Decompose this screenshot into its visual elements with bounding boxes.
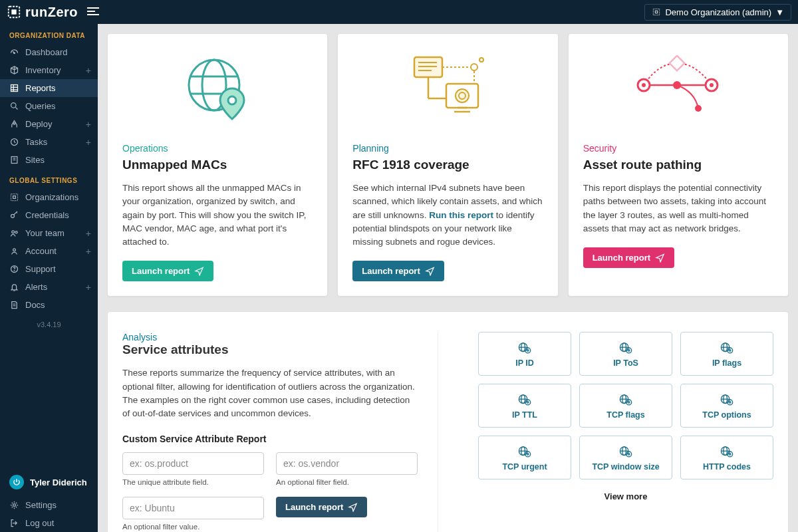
launch-report-button[interactable]: Launch report [122, 261, 213, 281]
sidebar-item-label: Tasks [25, 137, 47, 147]
svg-rect-9 [11, 85, 18, 92]
power-icon [12, 477, 21, 487]
view-more-link[interactable]: View more [478, 491, 773, 501]
attr-tile-tcp-window[interactable]: TCP window size [579, 436, 672, 479]
brand-text: runZero [25, 5, 78, 20]
card-description: These reports summarize the frequency of… [122, 366, 418, 420]
sidebar-item-organizations[interactable]: Organizations [0, 188, 98, 206]
sidebar-item-sites[interactable]: Sites [0, 151, 98, 169]
logout-icon [9, 518, 19, 528]
svg-point-79 [527, 402, 529, 403]
svg-point-49 [471, 64, 477, 70]
service-attributes-card: Analysis Service attributes These report… [107, 311, 789, 532]
team-icon [9, 228, 19, 238]
sidebar-item-settings[interactable]: Settings [0, 496, 98, 514]
tile-label: TCP urgent [502, 462, 547, 471]
sidebar-item-reports[interactable]: Reports [0, 79, 98, 97]
svg-point-25 [13, 249, 16, 251]
card-category: Operations [122, 143, 313, 154]
sidebar-item-deploy[interactable]: Deploy + [0, 115, 98, 133]
sidebar-item-label: Organizations [25, 192, 78, 202]
plus-icon[interactable]: + [86, 246, 91, 257]
sidebar-item-dashboard[interactable]: Dashboard [0, 43, 98, 61]
svg-rect-6 [656, 11, 658, 13]
svg-line-8 [13, 51, 15, 53]
key-icon [9, 210, 19, 220]
field-helper: An optional filter value. [122, 523, 264, 531]
plus-icon[interactable]: + [86, 65, 91, 76]
sidebar-item-label: Support [25, 264, 56, 274]
svg-rect-59 [669, 56, 684, 71]
sidebar-item-logout[interactable]: Log out [0, 514, 98, 532]
org-selector[interactable]: Demo Organization (admin) ▼ [644, 4, 791, 21]
user-icon [9, 246, 19, 256]
plane-icon [425, 266, 435, 276]
card-description: See which internal IPv4 subnets have bee… [352, 182, 543, 249]
svg-point-94 [527, 454, 529, 455]
sidebar-item-label: Sites [25, 155, 45, 165]
attr-tile-ip-id[interactable]: IP ID [478, 332, 571, 376]
tile-label: TCP window size [592, 462, 659, 471]
svg-point-50 [479, 58, 483, 62]
card-description: This report shows all the unmapped MACs … [122, 182, 313, 249]
docs-icon [9, 300, 19, 310]
sidebar-item-credentials[interactable]: Credentials [0, 206, 98, 224]
filter-field-input[interactable] [276, 452, 418, 475]
attr-tile-tcp-flags[interactable]: TCP flags [579, 384, 672, 428]
field-helper: The unique attribute field. [122, 478, 264, 486]
svg-point-57 [710, 83, 714, 87]
globe-gear-icon [517, 393, 532, 406]
globe-pin-illustration [122, 49, 313, 128]
attr-tile-ip-flags[interactable]: IP flags [680, 332, 773, 376]
sidebar-item-inventory[interactable]: Inventory + [0, 61, 98, 79]
plus-icon[interactable]: + [86, 228, 91, 239]
attr-tile-http-codes[interactable]: HTTP codes [680, 436, 773, 479]
attr-tile-ip-tos[interactable]: IP ToS [579, 332, 672, 376]
sidebar-item-team[interactable]: Your team + [0, 224, 98, 242]
svg-line-14 [15, 107, 17, 109]
svg-point-89 [730, 402, 731, 403]
gear-icon [9, 500, 19, 510]
menu-toggle-icon[interactable] [87, 7, 99, 18]
user-block[interactable]: Tyler Diderich [0, 468, 98, 496]
button-label: Launch report [285, 502, 343, 512]
sidebar-item-docs[interactable]: Docs [0, 296, 98, 314]
tile-label: TCP flags [606, 410, 644, 420]
network-illustration [352, 49, 543, 128]
svg-point-22 [11, 214, 15, 217]
main-content: Operations Unmapped MACs This report sho… [98, 24, 798, 532]
sidebar-item-tasks[interactable]: Tasks + [0, 133, 98, 151]
avatar [9, 475, 24, 489]
sidebar-item-account[interactable]: Account + [0, 242, 98, 260]
plus-icon[interactable]: + [86, 119, 91, 130]
svg-point-15 [13, 123, 15, 125]
sidebar-item-alerts[interactable]: Alerts + [0, 278, 98, 296]
launch-report-button[interactable]: Launch report [583, 247, 674, 268]
svg-rect-20 [11, 194, 18, 201]
attr-tile-tcp-urgent[interactable]: TCP urgent [478, 436, 571, 479]
card-title: Unmapped MACs [122, 158, 313, 172]
sidebar-item-label: Log out [25, 518, 54, 528]
tile-label: IP ToS [613, 358, 638, 368]
plus-icon[interactable]: + [86, 137, 91, 148]
card-category: Planning [352, 143, 543, 154]
plus-icon[interactable]: + [86, 282, 91, 293]
sidebar-item-label: Queries [25, 101, 56, 111]
chevron-down-icon: ▼ [775, 7, 784, 17]
launch-report-button[interactable]: Launch report [352, 261, 444, 281]
attribute-field-input[interactable] [122, 452, 264, 475]
attribute-tile-grid: IP ID IP ToS IP flags IP TTL [478, 332, 773, 479]
attr-tile-tcp-options[interactable]: TCP options [680, 384, 773, 428]
attr-tile-ip-ttl[interactable]: IP TTL [478, 384, 571, 428]
report-card-operations: Operations Unmapped MACs This report sho… [107, 33, 328, 297]
button-label: Launch report [362, 266, 420, 276]
card-title: RFC 1918 coverage [352, 158, 543, 172]
filter-value-input[interactable] [122, 497, 264, 519]
sidebar-item-label: Credentials [25, 210, 69, 220]
run-report-link[interactable]: Run this report [429, 210, 493, 220]
globe-gear-icon [517, 341, 532, 354]
sidebar-item-support[interactable]: Support [0, 260, 98, 278]
launch-report-button[interactable]: Launch report [276, 497, 367, 517]
svg-point-104 [730, 454, 731, 455]
sidebar-item-queries[interactable]: Queries [0, 97, 98, 115]
